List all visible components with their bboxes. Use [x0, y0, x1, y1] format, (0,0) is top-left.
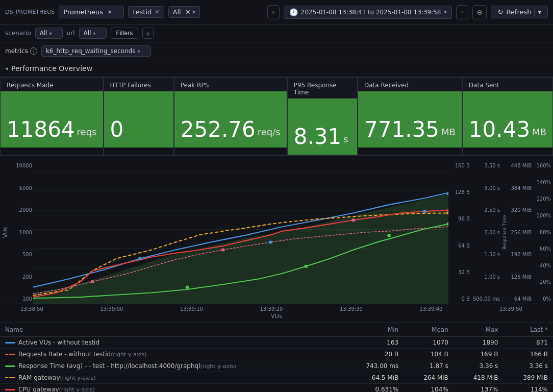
url-label: url [67, 30, 75, 37]
x-tick: 13:39:40 [420, 306, 443, 312]
svg-point-16 [423, 210, 426, 213]
all-filter-pill[interactable]: All ✕ [168, 6, 200, 18]
refresh-dropdown-icon[interactable]: ▾ [534, 8, 541, 16]
y-tick: 64 MiB [510, 296, 532, 302]
stat-label: Data Sent [463, 78, 552, 91]
scenario-select[interactable]: All [35, 28, 63, 39]
y-tick: 1.50 s [473, 252, 500, 257]
y-tick: 128 B [450, 189, 470, 195]
stat-card-3: P95 Response Time 8.31 s [287, 77, 358, 155]
refresh-icon: ↻ [497, 8, 503, 16]
legend-min: 64.5 MiB [343, 372, 404, 384]
legend-table: Name Min Mean Max Last * Active VUs - wi… [0, 323, 553, 392]
x-axis: 13:38:5013:39:0013:39:1013:39:2013:39:30… [0, 304, 553, 312]
svg-point-8 [91, 280, 94, 283]
y-axis-resp: 3.50 s3.00 s2.50 s2.00 s1.50 s1.00 s500.… [472, 161, 501, 304]
stat-card-0: Requests Made 11864 reqs [0, 77, 104, 155]
col-name: Name [0, 323, 343, 337]
info-icon: i [30, 47, 37, 55]
col-max: Max [454, 323, 504, 337]
series-dot-icon [5, 342, 15, 344]
y-tick: 0% [536, 296, 551, 302]
tag-pill[interactable]: testid ✕ [128, 6, 164, 18]
add-filter-button[interactable]: + [142, 28, 154, 39]
legend-mean: 104% [404, 384, 454, 393]
stat-value: 10.43 MB [463, 91, 552, 148]
stat-card-4: Data Received 771.35 MB [358, 77, 462, 155]
y-tick: 128 MiB [510, 274, 532, 280]
legend-min: 743.00 ms [343, 360, 404, 372]
stat-label: Requests Made [1, 78, 103, 91]
y-axis-mib: 448 MiB384 MiB320 MiB256 MiB192 MiB128 M… [508, 161, 534, 304]
series-dot-icon [5, 389, 15, 390]
series-line-icon [5, 354, 15, 355]
close-icon[interactable]: ✕ [185, 8, 191, 16]
chart-container: VUs 10000500020001000500200100 [0, 155, 553, 323]
x-tick: 13:39:30 [340, 306, 363, 312]
y-tick: 1.00 s [473, 274, 500, 280]
legend-row[interactable]: Response Time (avg) - - test - http://lo… [0, 360, 553, 372]
legend-name: RAM gateway (right y-axis) [0, 372, 343, 384]
legend-name: Requests Rate - without testid (right y-… [0, 349, 343, 360]
stat-label: HTTP Failures [104, 78, 173, 91]
legend-row[interactable]: CPU gateway (right y-axis) 0.631% 104% 1… [0, 384, 553, 393]
refresh-button[interactable]: ↻ Refresh ▾ [491, 6, 548, 18]
top-bar: DS_PROMETHEUS Prometheus testid ✕ All ✕ … [0, 0, 553, 24]
legend-max: 169 B [454, 349, 504, 360]
stat-label: Peak RPS [174, 78, 287, 91]
legend-min: 0.631% [343, 384, 404, 393]
x-axis-label: VUs [0, 312, 553, 323]
legend-max: 137% [454, 384, 504, 393]
right-axes: 160 B128 B96 B64 B32 B0 B 3.50 s3.00 s2.… [448, 161, 553, 304]
legend-last: 166 B [503, 349, 553, 360]
stat-value: 0 [104, 91, 173, 148]
stat-value: 8.31 s [288, 99, 357, 155]
time-next-button[interactable]: › [456, 5, 468, 19]
legend-last: 114% [503, 384, 553, 393]
y-tick: 2.00 s [473, 230, 500, 235]
legend-mean: 1070 [404, 337, 454, 349]
stat-value: 11864 reqs [1, 91, 103, 148]
legend-max: 418 MiB [454, 372, 504, 384]
legend-mean: 264 MiB [404, 372, 454, 384]
legend-header-row: Name Min Mean Max Last * [0, 323, 553, 337]
legend-row[interactable]: Requests Rate - without testid (right y-… [0, 349, 553, 360]
svg-point-9 [138, 257, 142, 260]
y-tick: 80% [536, 230, 551, 235]
time-prev-button[interactable]: ‹ [267, 5, 280, 19]
y-tick: 200 [12, 274, 32, 280]
stat-cards: Requests Made 11864 reqs HTTP Failures 0… [0, 77, 553, 155]
filter-bar: scenario All url All Filters + [0, 24, 553, 42]
datasource-select[interactable]: Prometheus [59, 6, 124, 18]
stat-card-5: Data Sent 10.43 MB [462, 77, 553, 155]
x-tick: 13:39:00 [100, 306, 123, 312]
response-time-vert-label: Response Time [501, 161, 508, 304]
svg-point-11 [221, 248, 225, 251]
y-tick: 32 B [450, 270, 470, 275]
time-range-display[interactable]: 🕐 2025-01-08 13:38:41 to 2025-01-08 13:3… [284, 6, 453, 19]
col-last: Last * [503, 323, 553, 337]
legend-last: 389 MiB [503, 372, 553, 384]
legend-last: 3.36 s [503, 360, 553, 372]
y-axis-rps: 160 B128 B96 B64 B32 B0 B [448, 161, 472, 304]
chevron-down-icon: ▾ [444, 9, 446, 15]
legend-row[interactable]: Active VUs - without testid 163 1070 189… [0, 337, 553, 349]
scenario-label: scenario [5, 30, 31, 37]
zoom-out-button[interactable]: ⊖ [472, 5, 487, 19]
section-header[interactable]: ◂ Performance Overview [0, 60, 553, 77]
metrics-select[interactable]: k6_http_req_waiting_seconds [41, 45, 151, 57]
y-tick: 448 MiB [510, 163, 532, 168]
legend-min: 20 B [343, 349, 404, 360]
y-tick: 60% [536, 246, 551, 252]
y-tick: 2.50 s [473, 207, 500, 213]
stat-card-2: Peak RPS 252.76 req/s [174, 77, 287, 155]
filters-button[interactable]: Filters [111, 28, 139, 39]
url-select[interactable]: All [79, 28, 107, 39]
y-tick: 320 MiB [510, 207, 532, 213]
section-title: Performance Overview [11, 64, 92, 72]
close-icon[interactable]: ✕ [155, 9, 159, 15]
y-tick: 384 MiB [510, 185, 532, 191]
legend-row[interactable]: RAM gateway (right y-axis) 64.5 MiB 264 … [0, 372, 553, 384]
legend-max: 3.36 s [454, 360, 504, 372]
stat-value: 771.35 MB [358, 91, 462, 148]
